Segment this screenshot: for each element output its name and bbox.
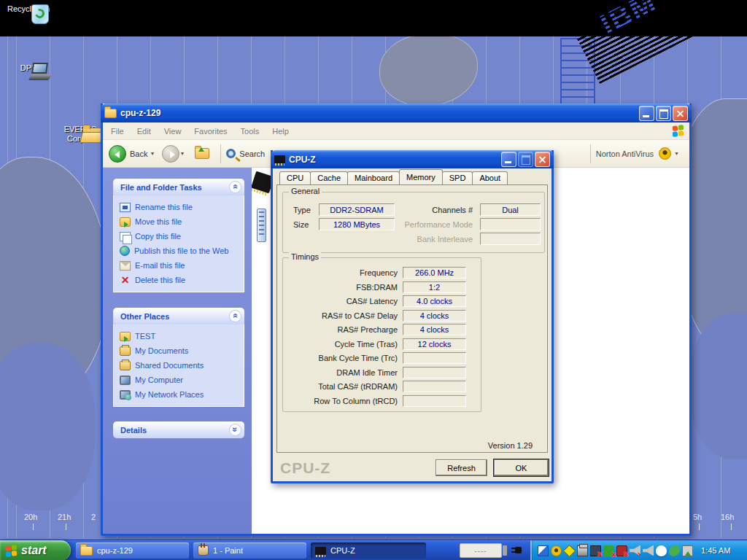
menu-edit[interactable]: Edit — [131, 125, 158, 138]
timing-label: Row To Column (tRCD) — [283, 397, 403, 405]
refresh-button[interactable]: Refresh — [436, 459, 487, 476]
forward-button[interactable]: ▼ — [162, 145, 189, 163]
menu-favorites[interactable]: Favorites — [187, 125, 233, 138]
chevron-up-icon[interactable] — [229, 181, 241, 193]
task-email-this-file[interactable]: E-mail this file — [120, 258, 241, 273]
task-publish-this-file[interactable]: Publish this file to the Web — [120, 244, 241, 258]
chevron-down-icon[interactable] — [229, 424, 241, 436]
tab-about[interactable]: About — [472, 171, 508, 184]
ghost-utility-icon[interactable] — [656, 545, 667, 556]
norton-toolbar-segment[interactable]: Norton AntiVirus ▼ — [585, 144, 684, 163]
ok-button[interactable]: OK — [494, 459, 549, 476]
timing-row: Frequency266.0 MHz — [283, 267, 481, 279]
explorer-task-pane: File and Folder Tasks Rename this file M… — [103, 168, 252, 534]
memory-tab-page: General Type DDR2-SDRAM Size 1280 MBytes… — [276, 184, 548, 453]
task-label: Move this file — [135, 217, 182, 226]
toolbar-separator — [590, 144, 591, 163]
search-button[interactable]: Search — [226, 149, 267, 158]
desktop-icon-everes[interactable]: EVERES Corpor. — [60, 122, 101, 144]
network-error-icon[interactable] — [590, 545, 601, 556]
task-copy-this-file[interactable]: Copy this file — [120, 229, 241, 244]
task-rename-this-file[interactable]: Rename this file — [120, 200, 241, 214]
place-my-computer[interactable]: My Computer — [120, 373, 241, 387]
timing-row: Row To Column (tRCD) — [283, 395, 481, 407]
menu-help[interactable]: Help — [266, 125, 295, 138]
power-plug-icon[interactable] — [511, 545, 522, 555]
menu-tools[interactable]: Tools — [234, 125, 266, 138]
menu-file[interactable]: File — [104, 125, 131, 138]
place-label: TEST — [135, 332, 155, 341]
timing-row: RAS# to CAS# Delay4 clocks — [283, 310, 481, 322]
tab-spd[interactable]: SPD — [442, 171, 473, 184]
place-label: My Computer — [135, 376, 183, 384]
taskbar-button-cpu-z-129[interactable]: cpu-z-129 — [76, 542, 189, 559]
group-legend: Timings — [289, 252, 321, 261]
safely-remove-hardware-icon[interactable] — [682, 545, 693, 556]
maximize-button[interactable] — [656, 106, 671, 121]
timing-row: Total CAS# (tRDRAM) — [283, 381, 481, 392]
taskbar-button-paint[interactable]: 1 - Paint — [193, 542, 306, 559]
details-panel: Details — [113, 421, 244, 438]
tab-mainboard[interactable]: Mainboard — [347, 171, 400, 184]
mail-notify-icon[interactable] — [563, 545, 576, 557]
norton-antivirus-icon — [659, 147, 671, 160]
cpuz-titlebar[interactable]: CPU-Z — [271, 150, 554, 168]
my-computer-icon — [120, 376, 131, 385]
menu-view[interactable]: View — [158, 125, 188, 138]
norton-antivirus-icon[interactable] — [551, 545, 562, 556]
task-label: Rename this file — [135, 203, 193, 211]
windows-logo-icon — [673, 125, 684, 137]
taskbar: start cpu-z-129 1 - Paint CPU-Z ---- 1:4… — [0, 540, 747, 560]
timing-label: DRAM Idle Timer — [283, 368, 403, 377]
desktop-icon-dpb[interactable]: DPB — [3, 61, 54, 73]
minimize-button[interactable] — [501, 152, 516, 167]
print-manager-icon[interactable] — [577, 545, 588, 556]
panel-header[interactable]: Details — [113, 421, 244, 438]
panel-header[interactable]: File and Folder Tasks — [113, 179, 244, 195]
task-move-this-file[interactable]: Move this file — [120, 214, 241, 229]
close-button[interactable] — [673, 106, 688, 121]
type-label: Type — [293, 206, 311, 214]
taskbar-clock[interactable]: 1:45 AM — [701, 546, 730, 555]
back-button[interactable]: Back ▼ — [109, 145, 159, 163]
maximize-button[interactable] — [518, 152, 533, 167]
volume-icon[interactable] — [643, 545, 654, 556]
start-button[interactable]: start — [0, 540, 71, 560]
place-my-documents[interactable]: My Documents — [120, 343, 241, 358]
tab-memory[interactable]: Memory — [399, 169, 443, 184]
graphics-app-icon[interactable] — [538, 545, 549, 556]
system-monitor-icon[interactable] — [669, 545, 680, 556]
network-places-icon — [120, 390, 131, 400]
norton-label: Norton AntiVirus — [596, 149, 654, 158]
group-legend: General — [289, 187, 322, 195]
volume-muted-icon[interactable] — [630, 545, 640, 556]
panel-header[interactable]: Other Places — [113, 308, 244, 324]
back-icon — [109, 145, 126, 163]
taskbar-deskband[interactable]: ---- — [460, 543, 502, 558]
explorer-titlebar[interactable]: cpu-z-129 — [101, 104, 692, 122]
security-alert-icon[interactable] — [616, 545, 627, 556]
task-delete-this-file[interactable]: ✕Delete this file — [120, 273, 241, 287]
close-button[interactable] — [535, 152, 550, 167]
place-shared-documents[interactable]: Shared Documents — [120, 358, 241, 373]
timing-row: FSB:DRAM1:2 — [283, 281, 481, 293]
ram-file-icon[interactable] — [257, 209, 266, 242]
timing-value — [403, 352, 466, 364]
taskbar-button-cpuz[interactable]: CPU-Z — [311, 542, 426, 559]
place-my-network-places[interactable]: My Network Places — [120, 387, 241, 402]
windows-flag-icon — [6, 544, 17, 556]
tab-cache[interactable]: Cache — [310, 171, 348, 184]
messenger-offline-icon[interactable] — [603, 545, 614, 556]
up-folder-button[interactable] — [195, 148, 209, 159]
chevron-down-icon: ▼ — [179, 151, 185, 156]
map-continent — [0, 343, 95, 510]
minimize-button[interactable] — [639, 106, 654, 121]
desktop-icon-recycle-bin[interactable]: Recycle Bin — [3, 2, 54, 14]
chevron-up-icon[interactable] — [229, 310, 241, 322]
publish-web-icon — [120, 246, 130, 256]
place-test[interactable]: TEST — [120, 329, 241, 343]
size-label: Size — [293, 220, 309, 229]
timing-label: RAS# to CAS# Delay — [283, 311, 403, 320]
tab-cpu[interactable]: CPU — [279, 171, 311, 184]
folder-icon — [80, 546, 93, 556]
